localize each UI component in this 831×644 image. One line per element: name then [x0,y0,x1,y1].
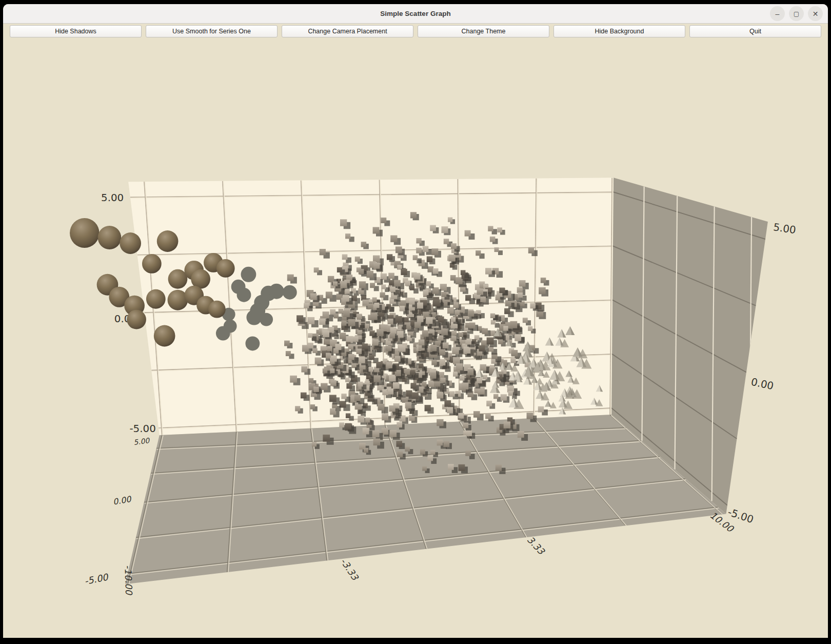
cube-point[interactable] [460,376,465,381]
cube-point[interactable] [528,326,532,331]
cube-point[interactable] [357,348,362,354]
cube-point[interactable] [443,441,449,447]
cube-point[interactable] [365,324,369,328]
cube-point[interactable] [431,248,438,255]
cube-point[interactable] [465,451,471,456]
cube-point[interactable] [400,306,405,311]
cube-point[interactable] [454,310,460,315]
cube-point[interactable] [386,362,392,368]
cube-point[interactable] [310,404,315,409]
cube-point[interactable] [321,383,327,390]
cube-point[interactable] [409,285,414,290]
cube-point[interactable] [450,275,456,281]
cube-point[interactable] [453,302,459,308]
cube-point[interactable] [380,292,385,298]
cube-point[interactable] [491,320,496,324]
cube-point[interactable] [482,328,488,334]
cube-point[interactable] [422,330,429,337]
cube-point[interactable] [358,382,363,387]
sphere-point[interactable] [142,254,162,274]
cube-point[interactable] [414,273,421,280]
cube-point[interactable] [419,340,425,346]
cube-point[interactable] [452,331,457,336]
cube-point[interactable] [395,316,402,323]
cube-point[interactable] [390,327,397,334]
cube-point[interactable] [499,287,505,293]
cube-point[interactable] [459,333,463,337]
cube-point[interactable] [310,294,317,300]
cube-point[interactable] [517,287,523,293]
cube-point[interactable] [406,391,412,397]
cube-point[interactable] [307,343,313,348]
cube-point[interactable] [330,380,337,386]
cube-point[interactable] [444,400,451,407]
cube-point[interactable] [447,307,454,314]
cube-point[interactable] [405,281,410,286]
cube-point[interactable] [453,372,458,377]
cube-point[interactable] [346,413,350,418]
cube-point[interactable] [441,292,446,297]
cube-point[interactable] [527,413,533,419]
cube-point[interactable] [365,418,370,422]
sphere-point[interactable] [70,218,100,248]
cube-point[interactable] [372,339,379,346]
cube-point[interactable] [358,416,364,422]
cube-point[interactable] [389,375,395,381]
cube-point[interactable] [505,300,511,306]
cube-point[interactable] [448,464,454,470]
change-camera-button[interactable]: Change Camera Placement [282,25,413,37]
sphere-point[interactable] [127,310,146,329]
cube-point[interactable] [463,422,468,428]
cube-point[interactable] [353,336,359,342]
cube-point[interactable] [486,401,492,406]
cube-point[interactable] [327,346,332,351]
cube-point[interactable] [443,342,449,348]
cube-point[interactable] [402,397,408,403]
cube-point[interactable] [439,359,446,366]
cube-point[interactable] [345,233,350,239]
cube-point[interactable] [359,269,364,275]
cube-point[interactable] [422,466,427,471]
cube-point[interactable] [331,356,337,362]
cube-point[interactable] [301,366,307,373]
cube-point[interactable] [286,351,291,356]
cube-point[interactable] [394,280,400,287]
cube-point[interactable] [419,363,424,368]
cube-point[interactable] [381,218,386,223]
cube-point[interactable] [449,391,454,397]
sphere-point[interactable] [168,269,188,289]
cube-point[interactable] [456,363,463,370]
cube-point[interactable] [409,299,414,304]
cube-point[interactable] [382,414,388,420]
cube-point[interactable] [490,314,495,318]
cube-point[interactable] [461,270,466,275]
use-smooth-button[interactable]: Use Smooth for Series One [146,25,278,37]
cube-point[interactable] [374,303,379,308]
cube-point[interactable] [447,407,453,413]
cube-point[interactable] [414,322,421,328]
cube-point[interactable] [448,217,452,222]
cube-point[interactable] [519,280,526,287]
cube-point[interactable] [410,370,415,375]
cube-point[interactable] [390,287,395,292]
cube-point[interactable] [423,289,429,295]
cube-point[interactable] [431,360,437,365]
cube-point[interactable] [483,375,487,379]
cube-point[interactable] [323,368,327,373]
cube-point[interactable] [465,230,471,237]
cube-point[interactable] [462,383,468,389]
cube-point[interactable] [468,310,474,317]
cube-point[interactable] [312,442,316,446]
cube-point[interactable] [395,356,401,362]
cube-point[interactable] [287,275,294,281]
cube-point[interactable] [426,317,432,324]
cube-point[interactable] [469,322,476,328]
cube-point[interactable] [323,311,329,318]
cube-point[interactable] [389,333,395,339]
cube-point[interactable] [389,405,395,412]
cube-point[interactable] [290,376,297,383]
cube-point[interactable] [364,448,368,453]
cube-point[interactable] [422,382,426,386]
cube-point[interactable] [354,395,361,401]
cube-point[interactable] [423,311,429,318]
